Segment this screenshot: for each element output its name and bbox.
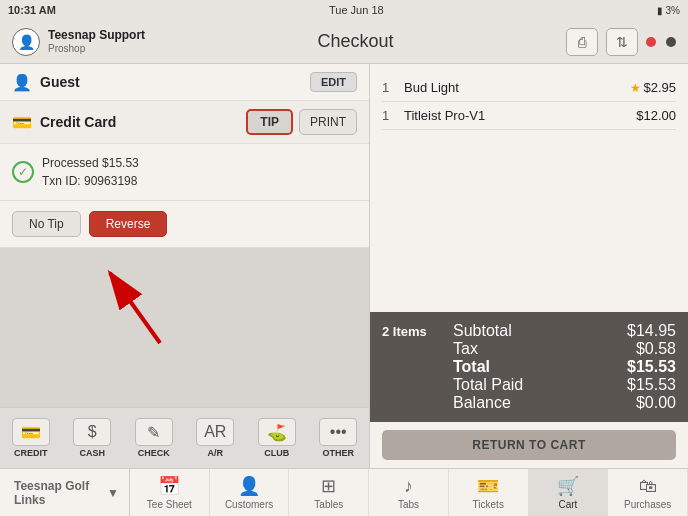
credit-card-label: Credit Card [40,114,116,130]
payment-ar[interactable]: AR A/R [185,414,247,462]
table-row: 1 Bud Light ★$2.95 [382,74,676,102]
purchases-icon: 🛍 [639,476,657,497]
other-label: OTHER [323,448,355,458]
total-paid-label: Total Paid [453,376,523,394]
tables-label: Tables [314,499,343,510]
total-paid-value: $15.53 [627,376,676,394]
club-icon: ⛳ [258,418,296,446]
location-name: Teesnap Golf Links [14,479,103,507]
main-layout: 👤 Guest EDIT 💳 Credit Card TIP PRINT ✓ P… [0,64,688,468]
payment-credit[interactable]: 💳 CREDIT [0,414,62,462]
subtotal-value: $14.95 [627,322,676,340]
nav-tables[interactable]: ⊞ Tables [289,469,369,516]
guest-label-section: 👤 Guest [12,73,80,92]
txn-id: Txn ID: 90963198 [42,172,139,190]
avatar: 👤 [12,28,40,56]
order-items-list: 1 Bud Light ★$2.95 1 Titleist Pro-V1 $12… [370,64,688,312]
tip-actions: No Tip Reverse [0,201,369,248]
settings-icon[interactable]: ⇅ [606,28,638,56]
tables-icon: ⊞ [321,475,336,497]
nav-items: 📅 Tee Sheet 👤 Customers ⊞ Tables ♪ Tabs … [130,469,688,516]
tickets-icon: 🎫 [477,475,499,497]
nav-tee-sheet[interactable]: 📅 Tee Sheet [130,469,210,516]
item-name: Titleist Pro-V1 [404,108,485,123]
item-name: Bud Light [404,80,459,95]
processed-amount: Processed $15.53 [42,154,139,172]
ar-icon: AR [196,418,234,446]
nav-purchases[interactable]: 🛍 Purchases [608,469,688,516]
credit-card-label-section: 💳 Credit Card [12,113,116,132]
nav-tabs[interactable]: ♪ Tabs [369,469,449,516]
svg-line-1 [110,273,160,343]
reverse-button[interactable]: Reverse [89,211,168,237]
item-left: 1 Bud Light [382,80,459,95]
balance-value: $0.00 [636,394,676,412]
status-date: Tue Jun 18 [329,4,384,16]
nav-customers[interactable]: 👤 Customers [210,469,290,516]
user-details: Teesnap Support Proshop [48,28,145,54]
customers-icon: 👤 [238,475,260,497]
guest-row: 👤 Guest EDIT [0,64,369,101]
cash-label: CASH [79,448,105,458]
location-selector[interactable]: Teesnap Golf Links ▼ [0,469,130,516]
print-button[interactable]: PRINT [299,109,357,135]
item-price: $12.00 [636,108,676,123]
payment-other[interactable]: ••• OTHER [308,414,370,462]
tax-label: Tax [453,340,478,358]
balance-label: Balance [453,394,511,412]
cash-icon: $ [73,418,111,446]
red-arrow-annotation [20,253,180,373]
credit-card-row: 💳 Credit Card TIP PRINT [0,101,369,144]
user-info-section: 👤 Teesnap Support Proshop [12,28,145,56]
order-summary: 2 Items Subtotal $14.95 Tax $0.58 Total … [370,312,688,422]
nav-cart[interactable]: 🛒 Cart [529,469,609,516]
credit-card-icon: 💳 [12,113,32,132]
check-payment-icon: ✎ [135,418,173,446]
tabs-icon: ♪ [404,476,413,497]
purchases-label: Purchases [624,499,671,510]
total-value: $15.53 [627,358,676,376]
summary-row-tax: Tax $0.58 [453,340,676,358]
top-bar-actions: ⎙ ⇅ [566,28,676,56]
processed-row: ✓ Processed $15.53 Txn ID: 90963198 [0,144,369,201]
cc-buttons: TIP PRINT [246,109,357,135]
item-qty: 1 [382,80,396,95]
nav-tickets[interactable]: 🎫 Tickets [449,469,529,516]
red-dot [646,37,656,47]
tip-button[interactable]: TIP [246,109,293,135]
green-dot [666,37,676,47]
item-left: 1 Titleist Pro-V1 [382,108,485,123]
subtotal-label: Subtotal [453,322,512,340]
summary-details: Subtotal $14.95 Tax $0.58 Total $15.53 T… [453,322,676,412]
tabs-label: Tabs [398,499,419,510]
payment-cash[interactable]: $ CASH [62,414,124,462]
guest-label: Guest [40,74,80,90]
payment-methods-row: 💳 CREDIT $ CASH ✎ CHECK AR A/R ⛳ CLUB ••… [0,407,369,468]
cart-icon: 🛒 [557,475,579,497]
right-panel: 1 Bud Light ★$2.95 1 Titleist Pro-V1 $12… [370,64,688,468]
bottom-nav: Teesnap Golf Links ▼ 📅 Tee Sheet 👤 Custo… [0,468,688,516]
page-title: Checkout [318,31,394,52]
edit-button[interactable]: EDIT [310,72,357,92]
tickets-label: Tickets [473,499,504,510]
customers-label: Customers [225,499,273,510]
summary-row-paid: Total Paid $15.53 [453,376,676,394]
return-to-cart-button[interactable]: RETURN TO CART [382,430,676,460]
top-bar: 👤 Teesnap Support Proshop Checkout ⎙ ⇅ [0,20,688,64]
left-panel: 👤 Guest EDIT 💳 Credit Card TIP PRINT ✓ P… [0,64,370,468]
starred-icon: ★ [630,81,641,95]
status-time: 10:31 AM [8,4,56,16]
summary-row-balance: Balance $0.00 [453,394,676,412]
club-label: CLUB [264,448,289,458]
summary-row-subtotal: Subtotal $14.95 [453,322,676,340]
payment-club[interactable]: ⛳ CLUB [246,414,308,462]
item-count: 2 Items [382,322,437,412]
tee-sheet-icon: 📅 [158,475,180,497]
printer-icon[interactable]: ⎙ [566,28,598,56]
table-row: 1 Titleist Pro-V1 $12.00 [382,102,676,130]
no-tip-button[interactable]: No Tip [12,211,81,237]
payment-check[interactable]: ✎ CHECK [123,414,185,462]
status-bar: 10:31 AM Tue Jun 18 ▮ 3% [0,0,688,20]
check-label: CHECK [138,448,170,458]
check-icon: ✓ [12,161,34,183]
